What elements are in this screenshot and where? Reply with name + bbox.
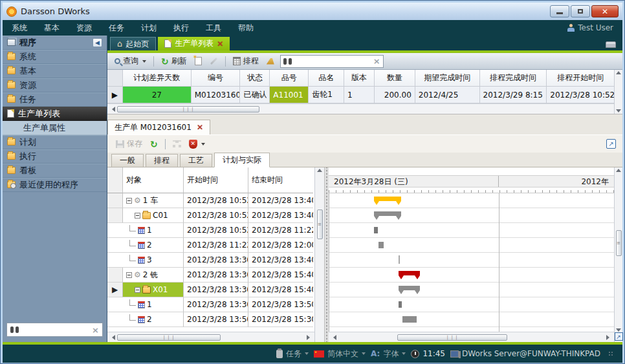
table-row[interactable]: ⚙2 铣 2012/3/28 13:30 2012/3/28 15:40 (107, 268, 314, 283)
table-vertical-scrollbar[interactable]: ≡ (314, 167, 324, 342)
gantt-bar[interactable] (378, 242, 384, 248)
scroll-right-icon[interactable] (606, 335, 612, 340)
sidebar-item-execute[interactable]: 执行 (3, 149, 107, 164)
menu-tools[interactable]: 工具 (206, 23, 221, 34)
menu-system[interactable]: 系统 (12, 23, 27, 34)
sidebar-item-recent-programs[interactable]: 最近使用的程序 (3, 178, 107, 192)
sidebar-item-task[interactable]: 任务 (3, 92, 107, 107)
menu-execute[interactable]: 执行 (173, 23, 189, 34)
sidebar-item-system[interactable]: 系统 (3, 50, 107, 64)
gantt-bar[interactable] (399, 286, 420, 290)
column-header[interactable]: 开始时间 (184, 167, 248, 193)
sidebar-search-input[interactable] (21, 325, 89, 334)
close-button[interactable]: ✕ (591, 5, 619, 17)
cell-scheduled-finish[interactable]: 2012/3/29 8:15 (480, 87, 547, 103)
open-in-window-icon[interactable]: ↗ (606, 139, 616, 149)
column-header[interactable]: 排程完成时间 (480, 70, 547, 87)
scroll-down-icon[interactable] (616, 109, 621, 112)
column-header[interactable]: 编号 (192, 70, 241, 87)
cell-scheduled-start[interactable]: 2012/3/28 10:52 (547, 87, 614, 103)
collapse-icon[interactable] (135, 287, 140, 293)
scroll-left-icon[interactable] (331, 335, 336, 340)
grid-horizontal-scrollbar[interactable]: ❘❘❘ (107, 103, 614, 114)
scroll-up-icon[interactable] (317, 169, 322, 172)
column-header[interactable]: 计划差异天数 (123, 70, 192, 87)
table-row[interactable]: 1 2012/3/28 13:30 2012/3/28 13:50 (107, 297, 314, 312)
grid-vertical-scrollbar[interactable] (614, 70, 622, 114)
sidebar-item-production-order-properties[interactable]: 生产单属性 (3, 121, 107, 135)
cancel-confirm-button[interactable]: ✕ (187, 138, 207, 150)
scrollbar-thumb[interactable]: ❘❘❘ (397, 334, 507, 341)
cell-item-name[interactable]: 齿轮1 (309, 87, 344, 103)
scroll-left-icon[interactable] (109, 335, 115, 340)
status-language-selector[interactable]: 简体中文 (314, 348, 366, 359)
column-header[interactable]: 数量 (375, 70, 415, 87)
menu-basic[interactable]: 基本 (44, 23, 60, 34)
scrollbar-thumb[interactable]: ≡ (317, 209, 323, 239)
relations-button[interactable] (171, 139, 183, 149)
collapse-icon[interactable] (135, 213, 140, 219)
sidebar-header-programs[interactable]: 程序 ◀ (3, 36, 107, 50)
query-button[interactable]: 查询 (113, 54, 148, 68)
gantt-bar[interactable] (374, 197, 401, 201)
table-row[interactable]: ▶ 27 M012031601 已确认 A11001 齿轮1 1 200.00 … (107, 87, 614, 103)
new-button[interactable] (193, 56, 204, 67)
table-row[interactable]: 2 2012/3/28 13:50 2012/3/28 15:30 (107, 312, 314, 327)
table-row[interactable]: 2 2012/3/28 11:22 2012/3/28 12:00 (107, 238, 314, 253)
menu-resource[interactable]: 资源 (76, 23, 92, 34)
table-row-selected[interactable]: ▶ X01 2012/3/28 13:30 2012/3/28 15:40 (107, 283, 314, 297)
cell-version[interactable]: 1 (344, 87, 375, 103)
tab-schedule[interactable]: 排程 (146, 154, 178, 167)
column-header[interactable]: 期望完成时间 (415, 70, 480, 87)
gantt-bar[interactable] (399, 301, 402, 308)
sidebar-item-plan[interactable]: 计划 (3, 135, 107, 149)
scrollbar-thumb[interactable]: ❘❘❘ (117, 334, 221, 341)
collapse-icon[interactable] (126, 198, 132, 204)
sidebar-item-resource[interactable]: 资源 (3, 78, 107, 92)
maximize-button[interactable] (571, 5, 590, 17)
column-header[interactable]: 排程开始时间 (547, 70, 614, 87)
tab-plan-vs-actual[interactable]: 计划与实际 (214, 153, 270, 167)
gantt-bar[interactable] (374, 227, 378, 233)
sidebar-item-kanban[interactable]: 看板 (3, 164, 107, 178)
resize-grip[interactable] (608, 351, 613, 356)
scroll-left-icon[interactable] (109, 107, 115, 112)
clear-filter-icon[interactable]: × (373, 56, 380, 66)
tab-close-icon[interactable]: ✕ (217, 39, 223, 48)
column-header[interactable]: 品号 (270, 70, 309, 87)
cell-order-number[interactable]: M012031601 (192, 87, 241, 103)
scroll-right-icon[interactable] (307, 335, 312, 340)
scroll-up-icon[interactable] (616, 169, 621, 172)
current-user[interactable]: Test User (567, 23, 613, 32)
column-header[interactable]: 品名 (309, 70, 344, 87)
gantt-bar[interactable] (399, 255, 400, 264)
tab-general[interactable]: 一般 (111, 154, 144, 167)
scrollbar-thumb[interactable]: ❘❘❘ (117, 106, 259, 112)
detail-refresh-button[interactable]: ↻ (148, 139, 160, 149)
menu-task[interactable]: 任务 (109, 23, 124, 34)
scroll-up-icon[interactable] (616, 71, 621, 74)
tab-home[interactable]: ⌂ 起始页 (110, 37, 156, 50)
title-bar[interactable]: Darsson DWorks ✕ (3, 3, 622, 20)
status-task-selector[interactable]: 任务 (276, 348, 309, 359)
sidebar-item-production-order-list[interactable]: 生产单列表 (3, 107, 107, 121)
menu-plan[interactable]: 计划 (141, 23, 157, 34)
cell-status[interactable]: 已确认 (240, 87, 270, 103)
table-row[interactable]: 1 2012/3/28 10:52 2012/3/28 11:22 (107, 223, 314, 238)
clear-search-icon[interactable]: × (92, 325, 99, 335)
tab-production-order-list[interactable]: 生产单列表 ✕ (158, 37, 230, 50)
table-horizontal-scrollbar[interactable]: ❘❘❘ (107, 332, 314, 342)
column-header[interactable]: 状态 (240, 70, 270, 87)
gantt-vertical-scrollbar[interactable]: ≡ ↗ (614, 167, 622, 342)
column-header[interactable]: 结束时间 (248, 167, 313, 193)
gantt-bar[interactable] (374, 211, 401, 216)
scroll-down-icon[interactable] (616, 328, 621, 332)
edit-button[interactable] (208, 59, 220, 63)
refresh-button[interactable]: ↻ 刷新 (159, 54, 189, 68)
printer-icon[interactable] (606, 41, 616, 48)
gantt-bar[interactable] (399, 271, 420, 275)
scrollbar-thumb[interactable]: ≡ (616, 230, 622, 256)
filter-search-input[interactable] (294, 57, 371, 66)
collapse-icon[interactable] (126, 272, 132, 278)
minimize-button[interactable] (550, 5, 569, 17)
